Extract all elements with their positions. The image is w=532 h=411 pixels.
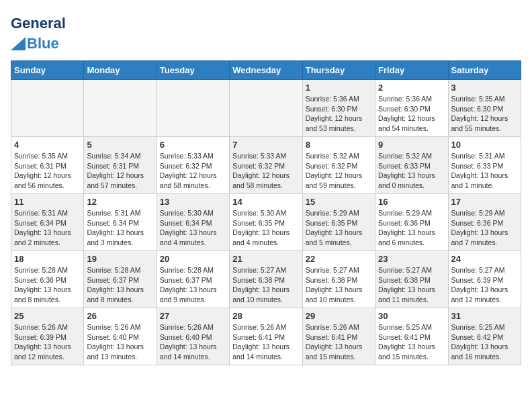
calendar-cell: 18Sunrise: 5:28 AMSunset: 6:36 PMDayligh… (11, 251, 84, 308)
weekday-header-saturday: Saturday (448, 61, 521, 80)
day-number: 22 (306, 254, 372, 264)
day-info: Sunrise: 5:35 AMSunset: 6:30 PMDaylight:… (451, 94, 518, 134)
day-number: 15 (306, 197, 372, 207)
weekday-header-friday: Friday (375, 61, 448, 80)
day-number: 30 (378, 311, 445, 321)
day-info: Sunrise: 5:28 AMSunset: 6:36 PMDaylight:… (14, 265, 81, 305)
week-row-5: 25Sunrise: 5:26 AMSunset: 6:39 PMDayligh… (11, 308, 521, 365)
day-info: Sunrise: 5:28 AMSunset: 6:37 PMDaylight:… (87, 265, 153, 305)
weekday-header-sunday: Sunday (11, 61, 84, 80)
day-info: Sunrise: 5:26 AMSunset: 6:39 PMDaylight:… (14, 322, 81, 362)
weekday-header-monday: Monday (84, 61, 157, 80)
calendar-cell: 31Sunrise: 5:25 AMSunset: 6:42 PMDayligh… (448, 308, 521, 365)
calendar-cell: 8Sunrise: 5:32 AMSunset: 6:32 PMDaylight… (302, 137, 375, 194)
day-info: Sunrise: 5:33 AMSunset: 6:32 PMDaylight:… (160, 151, 226, 191)
weekday-header-row: SundayMondayTuesdayWednesdayThursdayFrid… (11, 61, 521, 80)
calendar-cell: 29Sunrise: 5:26 AMSunset: 6:41 PMDayligh… (302, 308, 375, 365)
calendar-cell: 15Sunrise: 5:29 AMSunset: 6:35 PMDayligh… (302, 194, 375, 251)
day-number: 8 (306, 140, 372, 150)
weekday-header-thursday: Thursday (302, 61, 375, 80)
calendar-cell: 2Sunrise: 5:36 AMSunset: 6:30 PMDaylight… (375, 80, 448, 137)
day-info: Sunrise: 5:31 AMSunset: 6:34 PMDaylight:… (14, 208, 81, 248)
day-info: Sunrise: 5:26 AMSunset: 6:41 PMDaylight:… (306, 322, 372, 362)
day-info: Sunrise: 5:30 AMSunset: 6:34 PMDaylight:… (160, 208, 226, 248)
logo-blue-text: Blue (27, 35, 59, 52)
calendar-cell (230, 80, 302, 137)
calendar-cell: 19Sunrise: 5:28 AMSunset: 6:37 PMDayligh… (84, 251, 157, 308)
day-info: Sunrise: 5:27 AMSunset: 6:38 PMDaylight:… (232, 265, 299, 305)
day-info: Sunrise: 5:26 AMSunset: 6:40 PMDaylight:… (87, 322, 153, 362)
day-number: 7 (232, 140, 299, 150)
day-number: 4 (14, 140, 81, 150)
day-info: Sunrise: 5:28 AMSunset: 6:37 PMDaylight:… (160, 265, 226, 305)
logo-icon (11, 37, 26, 50)
week-row-4: 18Sunrise: 5:28 AMSunset: 6:36 PMDayligh… (11, 251, 521, 308)
day-number: 25 (14, 311, 81, 321)
day-number: 11 (14, 197, 81, 207)
day-info: Sunrise: 5:35 AMSunset: 6:31 PMDaylight:… (14, 151, 81, 191)
calendar-cell: 4Sunrise: 5:35 AMSunset: 6:31 PMDaylight… (11, 137, 84, 194)
day-number: 28 (232, 311, 299, 321)
calendar-cell: 3Sunrise: 5:35 AMSunset: 6:30 PMDaylight… (448, 80, 521, 137)
calendar-cell: 7Sunrise: 5:33 AMSunset: 6:32 PMDaylight… (230, 137, 302, 194)
calendar-cell: 14Sunrise: 5:30 AMSunset: 6:35 PMDayligh… (230, 194, 302, 251)
week-row-3: 11Sunrise: 5:31 AMSunset: 6:34 PMDayligh… (11, 194, 521, 251)
day-number: 27 (160, 311, 226, 321)
calendar-table: SundayMondayTuesdayWednesdayThursdayFrid… (11, 60, 521, 365)
day-info: Sunrise: 5:29 AMSunset: 6:35 PMDaylight:… (306, 208, 372, 248)
calendar-cell: 11Sunrise: 5:31 AMSunset: 6:34 PMDayligh… (11, 194, 84, 251)
day-number: 1 (306, 83, 372, 93)
day-number: 26 (87, 311, 153, 321)
calendar-cell: 17Sunrise: 5:29 AMSunset: 6:36 PMDayligh… (448, 194, 521, 251)
svg-marker-1 (11, 37, 26, 50)
day-number: 9 (378, 140, 445, 150)
calendar-cell (84, 80, 157, 137)
calendar-cell: 13Sunrise: 5:30 AMSunset: 6:34 PMDayligh… (157, 194, 229, 251)
calendar-cell: 5Sunrise: 5:34 AMSunset: 6:31 PMDaylight… (84, 137, 157, 194)
day-info: Sunrise: 5:26 AMSunset: 6:40 PMDaylight:… (160, 322, 226, 362)
day-number: 3 (451, 83, 518, 93)
day-info: Sunrise: 5:29 AMSunset: 6:36 PMDaylight:… (451, 208, 518, 248)
day-info: Sunrise: 5:36 AMSunset: 6:30 PMDaylight:… (378, 94, 445, 134)
weekday-header-wednesday: Wednesday (230, 61, 302, 80)
calendar-cell (11, 80, 84, 137)
day-number: 20 (160, 254, 226, 264)
calendar-cell: 24Sunrise: 5:27 AMSunset: 6:39 PMDayligh… (448, 251, 521, 308)
day-info: Sunrise: 5:34 AMSunset: 6:31 PMDaylight:… (87, 151, 153, 191)
day-info: Sunrise: 5:33 AMSunset: 6:32 PMDaylight:… (232, 151, 299, 191)
calendar-cell (157, 80, 229, 137)
calendar-cell: 12Sunrise: 5:31 AMSunset: 6:34 PMDayligh… (84, 194, 157, 251)
day-number: 6 (160, 140, 226, 150)
header: General Blue (11, 11, 521, 52)
day-number: 12 (87, 197, 153, 207)
day-info: Sunrise: 5:31 AMSunset: 6:34 PMDaylight:… (87, 208, 153, 248)
calendar-cell: 10Sunrise: 5:31 AMSunset: 6:33 PMDayligh… (448, 137, 521, 194)
day-info: Sunrise: 5:29 AMSunset: 6:36 PMDaylight:… (378, 208, 445, 248)
day-number: 13 (160, 197, 226, 207)
calendar-cell: 22Sunrise: 5:27 AMSunset: 6:38 PMDayligh… (302, 251, 375, 308)
week-row-1: 1Sunrise: 5:36 AMSunset: 6:30 PMDaylight… (11, 80, 521, 137)
day-number: 29 (306, 311, 372, 321)
day-number: 19 (87, 254, 153, 264)
day-info: Sunrise: 5:26 AMSunset: 6:41 PMDaylight:… (232, 322, 299, 362)
day-number: 14 (232, 197, 299, 207)
day-info: Sunrise: 5:31 AMSunset: 6:33 PMDaylight:… (451, 151, 518, 191)
calendar-cell: 16Sunrise: 5:29 AMSunset: 6:36 PMDayligh… (375, 194, 448, 251)
day-info: Sunrise: 5:27 AMSunset: 6:38 PMDaylight:… (378, 265, 445, 305)
day-info: Sunrise: 5:32 AMSunset: 6:33 PMDaylight:… (378, 151, 445, 191)
calendar-cell: 30Sunrise: 5:25 AMSunset: 6:41 PMDayligh… (375, 308, 448, 365)
day-number: 24 (451, 254, 518, 264)
day-info: Sunrise: 5:27 AMSunset: 6:39 PMDaylight:… (451, 265, 518, 305)
day-info: Sunrise: 5:25 AMSunset: 6:42 PMDaylight:… (451, 322, 518, 362)
day-info: Sunrise: 5:30 AMSunset: 6:35 PMDaylight:… (232, 208, 299, 248)
day-number: 16 (378, 197, 445, 207)
day-number: 2 (378, 83, 445, 93)
day-info: Sunrise: 5:25 AMSunset: 6:41 PMDaylight:… (378, 322, 445, 362)
calendar-cell: 25Sunrise: 5:26 AMSunset: 6:39 PMDayligh… (11, 308, 84, 365)
day-number: 23 (378, 254, 445, 264)
day-number: 5 (87, 140, 153, 150)
day-number: 17 (451, 197, 518, 207)
calendar-cell: 21Sunrise: 5:27 AMSunset: 6:38 PMDayligh… (230, 251, 302, 308)
day-number: 18 (14, 254, 81, 264)
calendar-cell: 28Sunrise: 5:26 AMSunset: 6:41 PMDayligh… (230, 308, 302, 365)
